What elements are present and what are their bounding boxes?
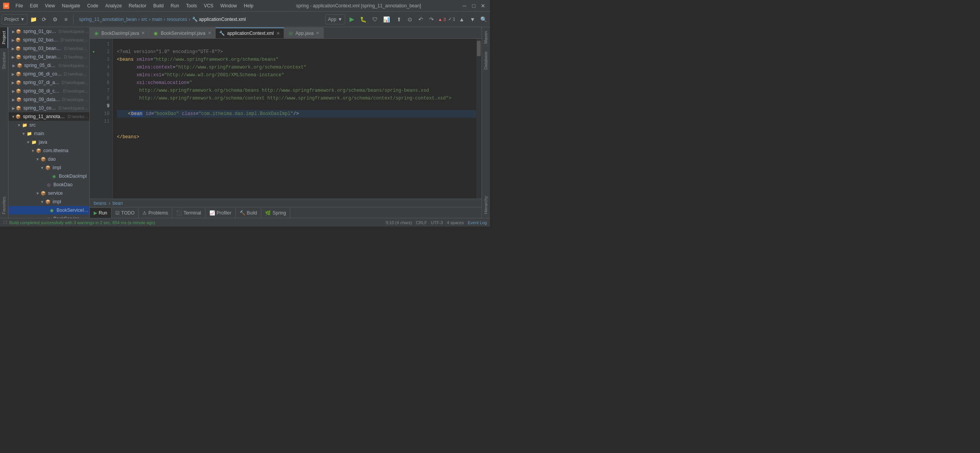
- tab-appctx[interactable]: 🔧 applicationContext.xml ✕: [216, 27, 284, 38]
- status-line-ending[interactable]: CRLF: [416, 220, 427, 225]
- tree-item-bookserviceimpl[interactable]: ◉ BookServiceImpl: [9, 206, 89, 214]
- editor-code-content[interactable]: <?xml version="1.0" encoding="UTF-8"?> <…: [113, 39, 481, 199]
- toolbar-sync-btn[interactable]: ⟳: [39, 14, 49, 24]
- toolbar-commit-btn[interactable]: ⬆: [394, 14, 404, 24]
- run-config-dropdown[interactable]: App ▼: [325, 14, 345, 24]
- status-position[interactable]: 9:10 (4 chars): [386, 220, 412, 225]
- toolbar-history-btn[interactable]: ⊙: [405, 14, 415, 24]
- bottom-tab-terminal[interactable]: ⬛ Terminal: [172, 208, 205, 218]
- breadcrumb-resources[interactable]: resources: [167, 17, 187, 22]
- tree-item-bookdaoimpl[interactable]: ◉ BookDaoImpl: [9, 172, 89, 180]
- tab-close-icon[interactable]: ✕: [276, 31, 280, 36]
- menu-window[interactable]: Window: [217, 2, 240, 9]
- window-controls[interactable]: ─ □ ✕: [461, 2, 487, 10]
- tree-item-bookdao[interactable]: ◎ BookDao: [9, 180, 89, 189]
- database-panel-tab[interactable]: Database: [482, 48, 490, 74]
- project-dropdown[interactable]: Project ▼: [2, 14, 27, 24]
- toolbar-filter-btn[interactable]: ≡: [61, 14, 71, 24]
- breadcrumb-module[interactable]: spring_11_annotation_bean: [79, 17, 137, 22]
- tree-item-service[interactable]: ▼ 📦 service: [9, 189, 89, 197]
- tree-item-spring02[interactable]: ▶ 📦 spring_02_base_config D:\workspace\s…: [9, 36, 89, 44]
- scrollbar-thumb[interactable]: [477, 41, 481, 56]
- folder-icon: 📁: [26, 130, 33, 137]
- toolbar-search-btn[interactable]: 🔍: [478, 14, 488, 24]
- minimize-button[interactable]: ─: [461, 2, 468, 10]
- structure-panel-tab[interactable]: Structure: [0, 48, 8, 73]
- menu-analyze[interactable]: Analyze: [102, 2, 125, 9]
- tree-item-spring07[interactable]: ▶ 📦 spring_07_di_autoware D:\workspace\s…: [9, 78, 89, 87]
- toolbar-scroll-up-btn[interactable]: ▲: [457, 14, 467, 24]
- source-folder-icon: 📁: [31, 139, 37, 145]
- tree-item-bookservice[interactable]: ◎ BookService: [9, 214, 89, 218]
- menu-view[interactable]: View: [42, 2, 58, 9]
- project-panel-tab[interactable]: Project: [0, 27, 8, 48]
- hierarchy-panel-tab[interactable]: Hierarchy: [482, 192, 490, 218]
- menu-edit[interactable]: Edit: [27, 2, 41, 9]
- tab-bookserviceimpl[interactable]: ◉ BookServiceImpl.java ✕: [149, 27, 215, 38]
- maximize-button[interactable]: □: [470, 2, 478, 10]
- status-encoding[interactable]: UTF-3: [431, 220, 443, 225]
- favorites-panel-tab[interactable]: Favorites: [0, 193, 8, 218]
- toolbar-redo-btn[interactable]: ↷: [427, 14, 437, 24]
- toolbar-scroll-down-btn[interactable]: ▼: [468, 14, 478, 24]
- toolbar-config-btn[interactable]: ⚙: [50, 14, 60, 24]
- tree-item-spring06[interactable]: ▶ 📦 spring_06_di_constructor D:\workspac…: [9, 70, 89, 78]
- maven-panel-tab[interactable]: Maven: [482, 27, 490, 48]
- tree-item-spring01[interactable]: ▶ 📦 spring_01_quickstart D:\workspace\sp…: [9, 27, 89, 36]
- run-button[interactable]: ▶: [347, 14, 357, 24]
- tree-item-spring05[interactable]: ▶ 📦 spring_05_di_set D:\workspace\spring…: [9, 61, 89, 70]
- menu-code[interactable]: Code: [84, 2, 101, 9]
- tree-item-main[interactable]: ▼ 📁 main: [9, 129, 89, 138]
- menu-file[interactable]: File: [12, 2, 26, 9]
- debug-button[interactable]: 🐛: [358, 14, 368, 24]
- toolbar-undo-btn[interactable]: ↶: [416, 14, 426, 24]
- bottom-tab-spring[interactable]: 🌿 Spring: [261, 208, 290, 218]
- menu-build[interactable]: Build: [150, 2, 167, 9]
- bottom-tab-profiler[interactable]: 📈 Profiler: [206, 208, 236, 218]
- tree-item-spring10[interactable]: ▶ 📦 spring_10_container D:\workspace\spr…: [9, 104, 89, 112]
- menu-navigate[interactable]: Navigate: [59, 2, 83, 9]
- coverage-button[interactable]: 🛡: [370, 14, 380, 24]
- menu-help[interactable]: Help: [241, 2, 257, 9]
- status-indent[interactable]: 4 spaces: [447, 220, 464, 225]
- tab-app[interactable]: ◎ App.java ✕: [284, 27, 324, 38]
- code-editor[interactable]: ▼ 1 2 3 4 5 6: [90, 39, 481, 199]
- bottom-tab-build[interactable]: 🔨 Build: [236, 208, 262, 218]
- tab-close-icon[interactable]: ✕: [141, 31, 145, 36]
- tree-item-impl-service[interactable]: ▼ 📦 impl: [9, 197, 89, 206]
- tab-close-icon[interactable]: ✕: [316, 31, 319, 36]
- tree-item-java[interactable]: ▼ 📁 java: [9, 138, 89, 146]
- breadcrumb-bean[interactable]: bean: [113, 201, 123, 206]
- menu-refactor[interactable]: Refactor: [126, 2, 149, 9]
- tree-item-dao[interactable]: ▼ 📦 dao: [9, 155, 89, 163]
- tree-item-path: D:\workspace\spring\s: [58, 29, 89, 34]
- bottom-tab-run[interactable]: ▶ Run: [90, 208, 111, 218]
- scrollbar-track[interactable]: [476, 39, 481, 199]
- tree-arrow-icon: ▶: [12, 63, 17, 68]
- tree-item-spring04[interactable]: ▶ 📦 spring_04_bean_lifecycle D:\workspac…: [9, 53, 89, 61]
- tree-item-src[interactable]: ▼ 📁 src: [9, 121, 89, 129]
- breadcrumb-beans[interactable]: beans: [94, 201, 106, 206]
- tree-item-spring08[interactable]: ▶ 📦 spring_08_di_collection D:\workspace…: [9, 87, 89, 95]
- close-button[interactable]: ✕: [479, 2, 487, 10]
- toolbar-folder-btn[interactable]: 📁: [28, 14, 38, 24]
- tree-item-com-itheima[interactable]: ▼ 📦 com.itheima: [9, 146, 89, 155]
- tree-item-spring09[interactable]: ▶ 📦 spring_09_datasource D:\workspace\sp…: [9, 95, 89, 104]
- menu-tools[interactable]: Tools: [183, 2, 200, 9]
- bottom-tab-todo[interactable]: ☑ TODO: [111, 208, 139, 218]
- tab-bookdaoimpl[interactable]: ◉ BookDaoImpl.java ✕: [90, 27, 149, 38]
- line-7: http://www.springframework.org/schema/co…: [117, 96, 451, 101]
- profile-button[interactable]: 📊: [382, 14, 392, 24]
- tree-item-spring03[interactable]: ▶ 📦 spring_03_bean_instance D:\workspace…: [9, 44, 89, 53]
- event-log-link[interactable]: Event Log: [468, 220, 487, 225]
- breadcrumb-src[interactable]: src: [141, 17, 147, 22]
- menu-vcs[interactable]: VCS: [201, 2, 217, 9]
- menu-bar[interactable]: File Edit View Navigate Code Analyze Ref…: [12, 2, 257, 9]
- tree-item-spring11[interactable]: ▼ 📦 spring_11_annotation_bean D:\workspa…: [9, 112, 89, 121]
- bottom-tab-problems[interactable]: ⚠ Problems: [139, 208, 172, 218]
- breadcrumb-main[interactable]: main: [152, 17, 162, 22]
- bottom-tabs-bar: ▶ Run ☑ TODO ⚠ Problems ⬛ Terminal 📈: [90, 207, 481, 218]
- tree-item-impl-dao[interactable]: ▼ 📦 impl: [9, 163, 89, 172]
- tab-close-icon[interactable]: ✕: [208, 31, 211, 36]
- menu-run[interactable]: Run: [168, 2, 182, 9]
